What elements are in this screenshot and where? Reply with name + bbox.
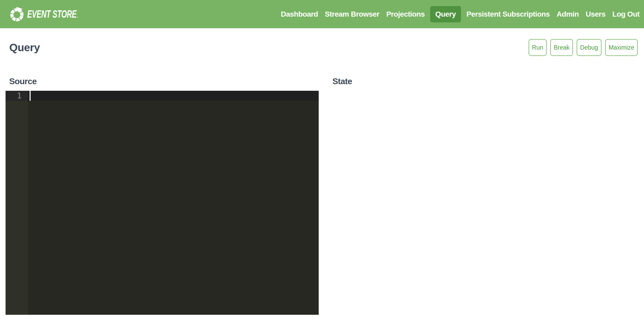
nav-item-users[interactable]: Users xyxy=(582,10,609,18)
editor-content-area[interactable] xyxy=(28,91,319,315)
query-toolbar: Run Break Debug Maximize xyxy=(529,39,638,56)
nav-item-log-out[interactable]: Log Out xyxy=(609,10,643,18)
nav-item-query[interactable]: Query xyxy=(430,6,461,22)
maximize-button[interactable]: Maximize xyxy=(605,39,638,56)
source-panel: Source 1 xyxy=(6,76,319,315)
editor-active-line xyxy=(28,91,319,101)
nav-item-stream-browser[interactable]: Stream Browser xyxy=(321,10,383,18)
line-number-1: 1 xyxy=(6,91,28,101)
break-button[interactable]: Break xyxy=(550,39,573,56)
debug-button[interactable]: Debug xyxy=(577,39,601,56)
state-content xyxy=(329,87,638,97)
brand-name: EVENT STORE xyxy=(27,8,77,20)
nav-item-persistent-subscriptions[interactable]: Persistent Subscriptions xyxy=(463,10,553,18)
page-title: Query xyxy=(9,41,40,54)
state-panel: State xyxy=(329,76,638,315)
run-button[interactable]: Run xyxy=(529,39,547,56)
page-header: Query Run Break Debug Maximize xyxy=(9,39,638,56)
text-cursor xyxy=(30,91,31,101)
editor-gutter: 1 xyxy=(6,91,28,315)
nav-item-dashboard[interactable]: Dashboard xyxy=(277,10,321,18)
brand-trademark-dot: . xyxy=(77,13,78,19)
state-label: State xyxy=(332,76,638,87)
nav-links: Dashboard Stream Browser Projections Que… xyxy=(277,6,643,22)
brand-wordmark: EVENT STORE. xyxy=(27,8,78,20)
panels-row: Source 1 State xyxy=(0,76,644,315)
main-content: Query Run Break Debug Maximize Source 1 xyxy=(0,39,644,315)
top-nav: EVENT STORE. Dashboard Stream Browser Pr… xyxy=(0,0,644,28)
query-source-editor[interactable]: 1 xyxy=(6,91,319,315)
event-store-logo-icon xyxy=(9,7,25,22)
nav-item-projections[interactable]: Projections xyxy=(383,10,428,18)
brand-home-link[interactable]: EVENT STORE. xyxy=(9,0,104,28)
source-label: Source xyxy=(9,76,319,87)
nav-item-admin[interactable]: Admin xyxy=(553,10,582,18)
